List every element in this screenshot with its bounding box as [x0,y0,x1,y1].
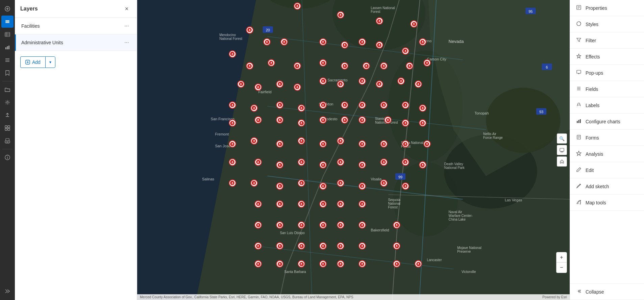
sidebar-labels[interactable]: Labels [570,97,644,114]
edit-icon [575,167,582,173]
sidebar-properties[interactable]: Properties [570,0,644,16]
toolbar-settings-btn[interactable] [1,96,14,108]
svg-point-36 [486,88,560,153]
styles-icon [575,21,582,27]
svg-rect-18 [8,126,10,128]
svg-rect-72 [580,119,581,123]
layers-close-button[interactable]: × [122,4,131,14]
map-side-controls: 🔍 [557,133,567,167]
add-layer-section: Add ▾ [15,51,137,73]
toolbar-widgets-btn[interactable] [1,122,14,134]
map-home-btn[interactable] [557,156,567,167]
effects-icon [575,53,582,60]
configure-charts-icon [575,118,582,125]
toolbar-info-btn[interactable] [1,151,14,164]
properties-icon [575,5,582,11]
layers-title: Layers [20,6,38,12]
map-background: 80 95 6 93 20 99 Nevada Lassen NationalF… [137,0,570,300]
toolbar-folder-btn[interactable] [1,83,14,96]
svg-rect-65 [577,70,581,73]
map-area[interactable]: 80 95 6 93 20 99 Nevada Lassen NationalF… [137,0,570,300]
svg-text:20: 20 [266,28,270,32]
svg-rect-10 [5,47,6,49]
filter-icon [575,37,582,44]
svg-text:99: 99 [398,175,402,179]
layer-facilities-name: Facilities [21,23,119,29]
right-sidebar: Properties Styles Filter Effects Pop-ups… [570,0,644,300]
toolbar-share-btn[interactable] [1,109,14,121]
svg-rect-71 [578,120,579,123]
svg-rect-21 [6,139,9,141]
toolbar-separator-2 [2,149,13,149]
map-svg: 80 95 6 93 20 99 [137,0,570,300]
zoom-out-button[interactable]: − [556,262,567,273]
svg-point-26 [7,156,8,157]
sidebar-popups[interactable]: Pop-ups [570,65,644,81]
attribution-text: Merced County Association of Gov., Calif… [140,295,353,299]
toolbar-add-btn[interactable] [1,3,14,15]
svg-text:6: 6 [546,65,548,69]
sidebar-edit[interactable]: Edit [570,162,644,178]
svg-rect-20 [8,128,10,130]
toolbar-print-btn[interactable] [1,135,14,147]
sidebar-filter[interactable]: Filter [570,32,644,49]
svg-text:95: 95 [528,9,532,14]
map-zoom-controls: + − [556,252,567,273]
layer-facilities[interactable]: Facilities ··· [15,18,137,34]
left-toolbar [0,0,15,300]
labels-label: Labels [586,103,639,108]
svg-rect-3 [5,20,9,21]
toolbar-charts-btn[interactable] [1,41,14,53]
sidebar-collapse[interactable]: Collapse [570,283,644,300]
zoom-in-button[interactable]: + [556,252,567,262]
forms-icon [575,134,582,141]
analysis-label: Analysis [586,151,639,157]
edit-label: Edit [586,168,639,173]
toolbar-list-btn[interactable] [1,54,14,66]
svg-rect-4 [5,21,9,22]
svg-rect-5 [5,22,9,23]
sidebar-configure-charts[interactable]: Configure charts [570,114,644,130]
add-layer-dropdown-button[interactable]: ▾ [45,56,55,68]
map-search-btn[interactable]: 🔍 [557,133,567,144]
map-tools-icon [575,199,582,206]
map-attribution-bar: Merced County Association of Gov., Calif… [137,294,570,300]
sidebar-forms[interactable]: Forms [570,130,644,146]
properties-label: Properties [586,5,639,11]
add-sketch-icon [575,183,582,190]
add-sketch-label: Add sketch [586,184,639,189]
map-screen-btn[interactable] [557,145,567,155]
svg-rect-56 [560,148,564,151]
layer-facilities-more-btn[interactable]: ··· [122,21,131,31]
layer-administrative-units-name: Administrative Units [21,40,119,45]
styles-label: Styles [586,22,639,27]
powered-by-text: Powered by Esri [542,295,567,299]
layer-administrative-units[interactable]: Administrative Units ··· [15,34,137,51]
svg-rect-11 [7,46,8,49]
analysis-icon [575,151,582,157]
sidebar-styles[interactable]: Styles [570,16,644,32]
toolbar-layers-btn[interactable] [1,16,14,28]
sidebar-add-sketch[interactable]: Add sketch [570,178,644,195]
toolbar-separator-1 [2,81,13,81]
svg-rect-12 [8,46,9,49]
add-layer-button[interactable]: Add [20,56,45,68]
configure-charts-label: Configure charts [586,119,639,124]
toolbar-table-btn[interactable] [1,28,14,41]
popups-label: Pop-ups [586,70,639,76]
add-layer-icon [25,60,30,65]
popups-icon [575,70,582,76]
sidebar-fields[interactable]: Fields [570,81,644,97]
fields-icon [575,86,582,92]
sidebar-analysis[interactable]: Analysis [570,146,644,162]
layer-administrative-units-more-btn[interactable]: ··· [122,38,131,47]
sidebar-map-tools[interactable]: Map tools [570,195,644,211]
labels-icon [575,102,582,108]
map-tools-label: Map tools [586,200,639,205]
svg-rect-6 [5,32,10,36]
svg-rect-19 [5,128,7,130]
toolbar-bookmark-btn[interactable] [1,67,14,79]
collapse-icon [575,289,582,295]
toolbar-collapse-btn[interactable] [1,285,14,297]
sidebar-effects[interactable]: Effects [570,49,644,65]
